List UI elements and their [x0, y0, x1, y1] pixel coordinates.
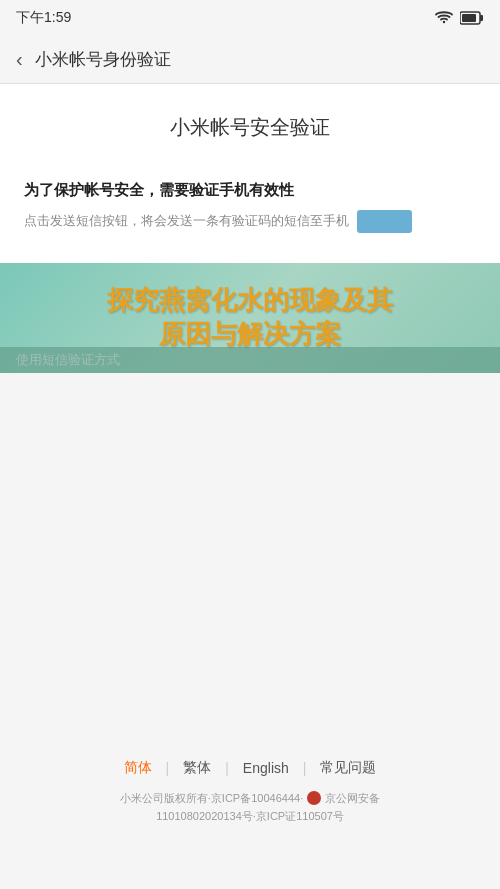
status-bar: 下午1:59 [0, 0, 500, 36]
back-button[interactable]: ‹ [16, 48, 23, 71]
page-main-title: 小米帐号安全验证 [20, 114, 480, 141]
footer-language-bar: 简体 | 繁体 | English | 常见问题 小米公司版权所有·京ICP备1… [0, 743, 500, 842]
police-badge-icon [307, 791, 321, 805]
info-desc: 点击发送短信按钮，将会发送一条有验证码的短信至手机 [24, 210, 476, 233]
nav-title: 小米帐号身份验证 [35, 48, 171, 71]
lang-traditional[interactable]: 繁体 [169, 755, 225, 781]
status-time: 下午1:59 [16, 9, 71, 27]
svg-rect-1 [480, 15, 483, 21]
main-content: 小米帐号安全验证 为了保护帐号安全，需要验证手机有效性 点击发送短信按钮，将会发… [0, 84, 500, 373]
lang-faq[interactable]: 常见问题 [306, 755, 390, 781]
status-icons [434, 10, 484, 26]
banner-container: 探究燕窝化水的现象及其原因与解决方案 使用短信验证方式 [0, 263, 500, 373]
copyright-text-1: 小米公司版权所有·京ICP备10046444· [120, 789, 303, 808]
copyright-text-2: 京公网安备 [325, 789, 380, 808]
svg-rect-2 [462, 14, 476, 22]
phone-number [357, 210, 413, 233]
banner-text: 探究燕窝化水的现象及其原因与解决方案 [107, 284, 393, 352]
lang-links: 简体 | 繁体 | English | 常见问题 [0, 755, 500, 781]
lang-simplified[interactable]: 简体 [110, 755, 166, 781]
battery-icon [460, 11, 484, 25]
copyright-text-3: 11010802020134号·京ICP证110507号 [156, 807, 344, 826]
footer-copyright: 小米公司版权所有·京ICP备10046444· 京公网安备 1101080202… [0, 789, 500, 836]
page-title-section: 小米帐号安全验证 [0, 84, 500, 161]
lang-english[interactable]: English [229, 756, 303, 780]
copyright-row-1: 小米公司版权所有·京ICP备10046444· 京公网安备 [120, 789, 380, 808]
wifi-icon [434, 10, 454, 26]
info-heading: 为了保护帐号安全，需要验证手机有效性 [24, 181, 476, 200]
info-section: 为了保护帐号安全，需要验证手机有效性 点击发送短信按钮，将会发送一条有验证码的短… [0, 161, 500, 253]
info-desc-text: 点击发送短信按钮，将会发送一条有验证码的短信至手机 [24, 213, 349, 228]
top-nav: ‹ 小米帐号身份验证 [0, 36, 500, 84]
copyright-row-2: 11010802020134号·京ICP证110507号 [156, 807, 344, 826]
spacer-area [0, 373, 500, 743]
